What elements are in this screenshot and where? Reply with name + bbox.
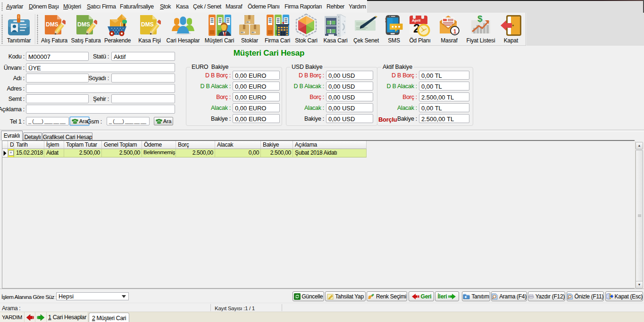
svg-text:DMS: DMS <box>77 21 90 28</box>
svg-text:1: 1 <box>453 28 457 35</box>
svg-text:DMS: DMS <box>141 21 154 28</box>
svg-text:DMS: DMS <box>46 21 59 28</box>
svg-text:$: $ <box>477 14 483 24</box>
